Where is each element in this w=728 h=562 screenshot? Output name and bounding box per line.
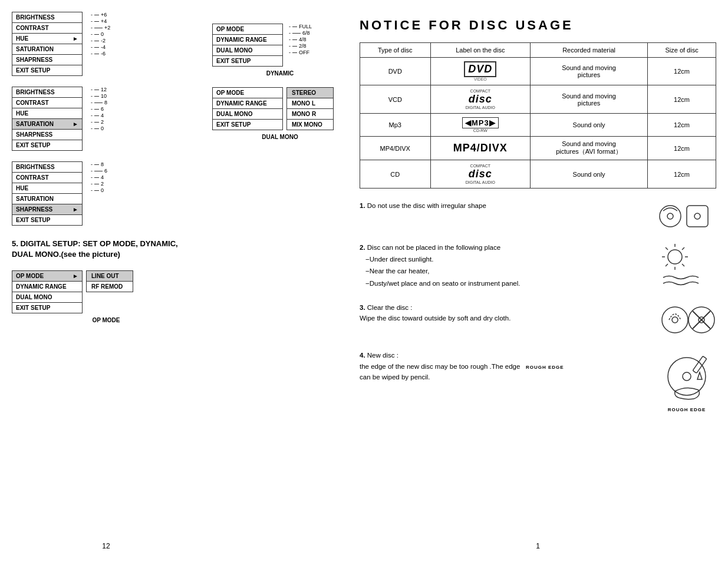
op-mode-item: OP MODE ► <box>12 271 82 282</box>
scale-row: -6/8 <box>289 30 312 36</box>
scale-row: -0 <box>91 125 107 131</box>
size-mp4: 12cm <box>648 137 716 160</box>
col-material: Recorded material <box>531 43 648 58</box>
op-mode-menu: OP MODE ► DYNAMIC RANGE DUAL MONO EXIT S… <box>12 270 83 313</box>
rf-remod-option: RF REMOD <box>87 282 133 292</box>
op-mode-caption: OP MODE <box>12 317 200 323</box>
scale-row: -2 <box>91 119 107 125</box>
notice-2-sub: −Under direct sunlight. −Near the car he… <box>365 253 645 290</box>
dynamic-range-d: DYNAMIC RANGE <box>213 35 282 45</box>
scale-row: -8 <box>91 161 107 167</box>
menu-box-1: BRIGHTNESS CONTRAST HUE ► SATURATION SHA… <box>12 12 83 76</box>
svg-point-1 <box>667 213 673 219</box>
menu-item-hue-3: HUE <box>12 183 82 194</box>
label-vcd: COMPACT disc DIGITAL AUDIO <box>430 85 531 114</box>
menu-item-hue-1: HUE ► <box>12 34 82 44</box>
clean-disc-svg <box>657 302 716 338</box>
svg-point-13 <box>662 307 688 333</box>
exit-setup-d: EXIT SETUP <box>213 56 282 66</box>
menu-item-exit-1: EXIT SETUP <box>12 65 82 75</box>
dynamic-menu: OP MODE DYNAMIC RANGE DUAL MONO EXIT SET… <box>212 24 283 67</box>
size-vcd: 12cm <box>648 85 716 114</box>
mix-mono-option: MIX MONO <box>287 120 333 130</box>
label-dvd: DVD VIDEO <box>430 58 531 85</box>
exit-setup-item: EXIT SETUP <box>12 303 82 313</box>
svg-point-14 <box>672 317 678 323</box>
scale-3: -8 -6 -4 -2 -0 <box>88 161 107 193</box>
svg-line-10 <box>682 264 684 266</box>
material-vcd: Sound and movingpictures <box>531 85 648 114</box>
dual-mono-dm: DUAL MONO <box>213 109 282 120</box>
op-mode-dm: OP MODE <box>213 88 282 98</box>
dual-mono-caption: DUAL MONO <box>212 134 348 140</box>
size-cd: 12cm <box>648 160 716 189</box>
scale-row: -0 <box>91 187 107 193</box>
size-dvd: 12cm <box>648 58 716 85</box>
sun-icon-svg <box>657 242 710 289</box>
dynamic-caption: DYNAMIC <box>212 70 348 77</box>
col-type: Type of disc <box>360 43 431 58</box>
op-options-box: LINE OUT RF REMOD <box>86 270 133 292</box>
svg-line-12 <box>666 264 668 266</box>
svg-marker-22 <box>697 372 702 379</box>
exit-setup-dm: EXIT SETUP <box>213 120 282 130</box>
scale-row: -10 <box>91 93 107 99</box>
table-row-mp4: MP4/DIVX MP4/DIVX Sound and movingpictur… <box>360 137 716 160</box>
notice-1-text: 1. Do not use the disc with irregular sh… <box>360 200 645 211</box>
notice-1-row: 1. Do not use the disc with irregular sh… <box>360 200 716 233</box>
scale-row: -4 <box>91 113 107 118</box>
notice-1-icon <box>657 200 716 233</box>
menu-item-contrast-1: CONTRAST <box>12 23 82 34</box>
menu-item-exit-2: EXIT SETUP <box>12 140 82 150</box>
scale-row: -2/8 <box>289 43 312 49</box>
notice-title: NOTICE FOR DISC USAGE <box>360 18 716 33</box>
table-row-vcd: VCD COMPACT disc DIGITAL AUDIO Sound and… <box>360 85 716 114</box>
svg-point-4 <box>668 250 682 264</box>
dynamic-range-item: DYNAMIC RANGE <box>12 282 82 292</box>
notice-2: 2. Disc can not be placed in the followi… <box>360 242 716 292</box>
dual-mono-options: STEREO MONO L MONO R MIX MONO <box>286 87 334 130</box>
svg-point-0 <box>660 206 681 227</box>
op-mode-d: OP MODE <box>213 24 282 35</box>
scale-row: -+2 <box>91 25 110 31</box>
col-label: Label on the disc <box>430 43 531 58</box>
label-mp3: ◀MP3▶ CD-RW <box>430 114 531 137</box>
notice-3-icon <box>657 302 716 340</box>
menu-item-saturation-3: SATURATION <box>12 194 82 204</box>
scale-1: -+6 -+4 -+2 - 0 --2 --4 --6 <box>88 12 110 57</box>
pencil-disc-svg <box>657 350 716 403</box>
line-out-option: LINE OUT <box>87 271 133 282</box>
menu-item-saturation-1: SATURATION <box>12 44 82 55</box>
dynamic-group: OP MODE DYNAMIC RANGE DUAL MONO EXIT SET… <box>212 24 348 67</box>
op-mode-group: OP MODE ► DYNAMIC RANGE DUAL MONO EXIT S… <box>12 270 200 313</box>
dynamic-section: OP MODE DYNAMIC RANGE DUAL MONO EXIT SET… <box>212 24 348 77</box>
menu-item-contrast-2: CONTRAST <box>12 98 82 108</box>
label-cd: COMPACT disc DIGITAL AUDIO <box>430 160 531 189</box>
scale-row: -OFF <box>289 49 312 55</box>
menu-item-hue-2: HUE <box>12 108 82 119</box>
notice-3-row: 3. Clear the disc : Wipe the disc toward… <box>360 302 716 340</box>
type-dvd: DVD <box>360 58 431 85</box>
scale-row: -2 <box>91 181 107 187</box>
col-size: Size of disc <box>648 43 716 58</box>
dual-mono-menu: OP MODE DYNAMIC RANGE DUAL MONO EXIT SET… <box>212 87 283 130</box>
notice-3: 3. Clear the disc : Wipe the disc toward… <box>360 302 716 340</box>
middle-column: OP MODE DYNAMIC RANGE DUAL MONO EXIT SET… <box>212 12 348 550</box>
dual-mono-item: DUAL MONO <box>12 292 82 303</box>
svg-point-3 <box>694 213 700 219</box>
scale-row: -6 <box>91 106 107 112</box>
material-mp3: Sound only <box>531 114 648 137</box>
notice-3-text: 3. Clear the disc : Wipe the disc toward… <box>360 302 645 324</box>
scale-row: -+6 <box>91 12 110 18</box>
menu-item-shaprness-1: SHAPRNESS <box>12 55 82 65</box>
scale-row: -4 <box>91 174 107 180</box>
scale-row: -4/8 <box>289 37 312 42</box>
notice-4: 4. New disc : the edge of the new disc m… <box>360 350 716 414</box>
left-column: BRIGHTNESS CONTRAST HUE ► SATURATION SHA… <box>12 12 200 550</box>
type-mp4: MP4/DIVX <box>360 137 431 160</box>
scale-row: -6 <box>91 168 107 174</box>
page-number-right: 1 <box>360 542 716 550</box>
size-mp3: 12cm <box>648 114 716 137</box>
stereo-option: STEREO <box>287 88 333 98</box>
scale-row: - 0 <box>91 31 110 37</box>
